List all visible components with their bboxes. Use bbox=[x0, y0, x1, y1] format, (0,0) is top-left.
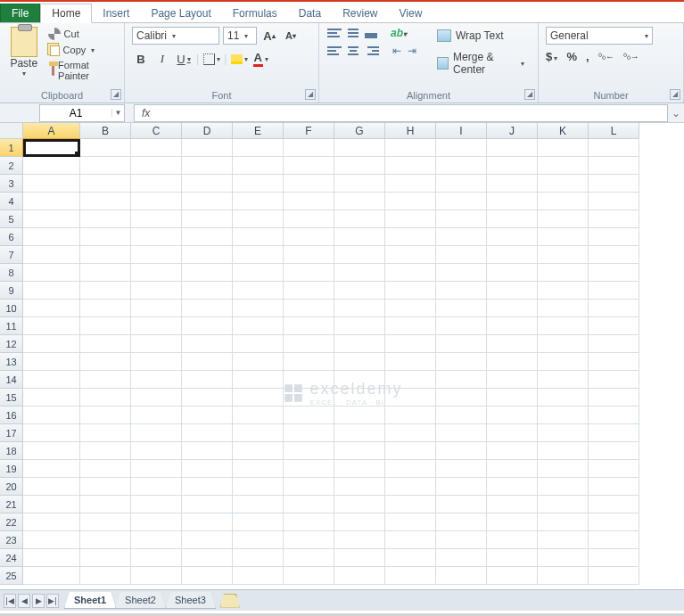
cell-C5[interactable] bbox=[131, 210, 182, 228]
cell-E18[interactable] bbox=[233, 442, 284, 460]
cell-D16[interactable] bbox=[182, 407, 233, 424]
row-header-9[interactable]: 9 bbox=[0, 282, 23, 300]
row-header-16[interactable]: 16 bbox=[0, 407, 23, 424]
cell-L12[interactable] bbox=[589, 335, 639, 353]
cell-L25[interactable] bbox=[589, 567, 639, 585]
cell-L18[interactable] bbox=[589, 442, 639, 460]
cell-E6[interactable] bbox=[233, 228, 284, 246]
cell-C11[interactable] bbox=[131, 317, 182, 335]
cell-E8[interactable] bbox=[233, 264, 284, 282]
cell-J14[interactable] bbox=[487, 371, 538, 389]
row-header-5[interactable]: 5 bbox=[0, 210, 23, 228]
cell-I10[interactable] bbox=[436, 300, 487, 317]
increase-font-button[interactable]: A▴ bbox=[260, 27, 278, 45]
cell-E11[interactable] bbox=[233, 317, 284, 335]
cell-D8[interactable] bbox=[182, 264, 233, 282]
cell-K1[interactable] bbox=[538, 139, 589, 157]
cell-B3[interactable] bbox=[80, 175, 131, 193]
cell-D24[interactable] bbox=[182, 549, 233, 567]
row-header-3[interactable]: 3 bbox=[0, 175, 23, 193]
cell-H3[interactable] bbox=[385, 175, 436, 193]
select-all-corner[interactable] bbox=[0, 123, 23, 139]
cell-F20[interactable] bbox=[284, 478, 334, 496]
percent-button[interactable]: % bbox=[566, 50, 577, 63]
cell-H13[interactable] bbox=[385, 353, 436, 371]
cell-G1[interactable] bbox=[334, 139, 385, 157]
new-sheet-button[interactable] bbox=[220, 594, 240, 608]
cell-G16[interactable] bbox=[334, 407, 385, 424]
cell-H2[interactable] bbox=[385, 157, 436, 175]
cell-H7[interactable] bbox=[385, 246, 436, 264]
align-center-button[interactable] bbox=[345, 45, 361, 57]
formula-bar-expand[interactable]: ⌄ bbox=[668, 107, 684, 119]
cell-K20[interactable] bbox=[538, 478, 589, 496]
clipboard-dialog-launcher[interactable]: ◢ bbox=[111, 89, 121, 100]
cell-E5[interactable] bbox=[233, 210, 284, 228]
cell-H25[interactable] bbox=[385, 567, 436, 585]
cell-C4[interactable] bbox=[131, 193, 182, 210]
row-header-8[interactable]: 8 bbox=[0, 264, 23, 282]
cell-E9[interactable] bbox=[233, 282, 284, 300]
cell-F15[interactable] bbox=[284, 389, 334, 407]
fx-icon[interactable]: fx bbox=[135, 107, 157, 119]
cell-E17[interactable] bbox=[233, 424, 284, 442]
italic-button[interactable]: I bbox=[153, 50, 171, 68]
decrease-font-button[interactable]: A▾ bbox=[282, 27, 300, 45]
cell-D7[interactable] bbox=[182, 246, 233, 264]
cell-K12[interactable] bbox=[538, 335, 589, 353]
column-header-K[interactable]: K bbox=[538, 123, 589, 139]
column-header-C[interactable]: C bbox=[131, 123, 182, 139]
cell-E14[interactable] bbox=[233, 371, 284, 389]
cell-G22[interactable] bbox=[334, 513, 385, 531]
cell-K23[interactable] bbox=[538, 531, 589, 549]
cell-I19[interactable] bbox=[436, 460, 487, 478]
cell-F16[interactable] bbox=[284, 407, 334, 424]
cell-G11[interactable] bbox=[334, 317, 385, 335]
cell-I24[interactable] bbox=[436, 549, 487, 567]
cell-H24[interactable] bbox=[385, 549, 436, 567]
cell-L4[interactable] bbox=[589, 193, 639, 210]
cell-D23[interactable] bbox=[182, 531, 233, 549]
row-header-14[interactable]: 14 bbox=[0, 371, 23, 389]
sheet-tab-1[interactable]: Sheet1 bbox=[64, 592, 116, 609]
cell-K7[interactable] bbox=[538, 246, 589, 264]
row-header-22[interactable]: 22 bbox=[0, 513, 23, 531]
cell-A17[interactable] bbox=[23, 424, 80, 442]
cell-H12[interactable] bbox=[385, 335, 436, 353]
cell-I25[interactable] bbox=[436, 567, 487, 585]
cell-F9[interactable] bbox=[284, 282, 334, 300]
cell-F25[interactable] bbox=[284, 567, 334, 585]
cell-F14[interactable] bbox=[284, 371, 334, 389]
cell-C24[interactable] bbox=[131, 549, 182, 567]
cell-L8[interactable] bbox=[589, 264, 639, 282]
cell-A6[interactable] bbox=[23, 228, 80, 246]
cell-A7[interactable] bbox=[23, 246, 80, 264]
row-header-20[interactable]: 20 bbox=[0, 478, 23, 496]
cell-E24[interactable] bbox=[233, 549, 284, 567]
cell-L10[interactable] bbox=[589, 300, 639, 317]
underline-button[interactable]: U▾ bbox=[175, 50, 193, 68]
cell-K8[interactable] bbox=[538, 264, 589, 282]
cell-L2[interactable] bbox=[589, 157, 639, 175]
currency-button[interactable]: $ ▾ bbox=[546, 50, 557, 63]
name-box-dropdown[interactable]: ▼ bbox=[111, 109, 124, 117]
column-header-J[interactable]: J bbox=[487, 123, 538, 139]
cell-F21[interactable] bbox=[284, 496, 334, 513]
cell-F2[interactable] bbox=[284, 157, 334, 175]
cell-F17[interactable] bbox=[284, 424, 334, 442]
cell-L17[interactable] bbox=[589, 424, 639, 442]
cell-L21[interactable] bbox=[589, 496, 639, 513]
column-header-H[interactable]: H bbox=[385, 123, 436, 139]
copy-button[interactable]: Copy▾ bbox=[46, 43, 117, 57]
column-header-B[interactable]: B bbox=[80, 123, 131, 139]
row-header-17[interactable]: 17 bbox=[0, 424, 23, 442]
tab-review[interactable]: Review bbox=[332, 4, 388, 22]
cell-B9[interactable] bbox=[80, 282, 131, 300]
font-size-combo[interactable]: 11▾ bbox=[223, 27, 257, 45]
tab-view[interactable]: View bbox=[389, 4, 433, 22]
cell-B20[interactable] bbox=[80, 478, 131, 496]
cell-J17[interactable] bbox=[487, 424, 538, 442]
column-header-D[interactable]: D bbox=[182, 123, 233, 139]
row-header-15[interactable]: 15 bbox=[0, 389, 23, 407]
cell-E15[interactable] bbox=[233, 389, 284, 407]
